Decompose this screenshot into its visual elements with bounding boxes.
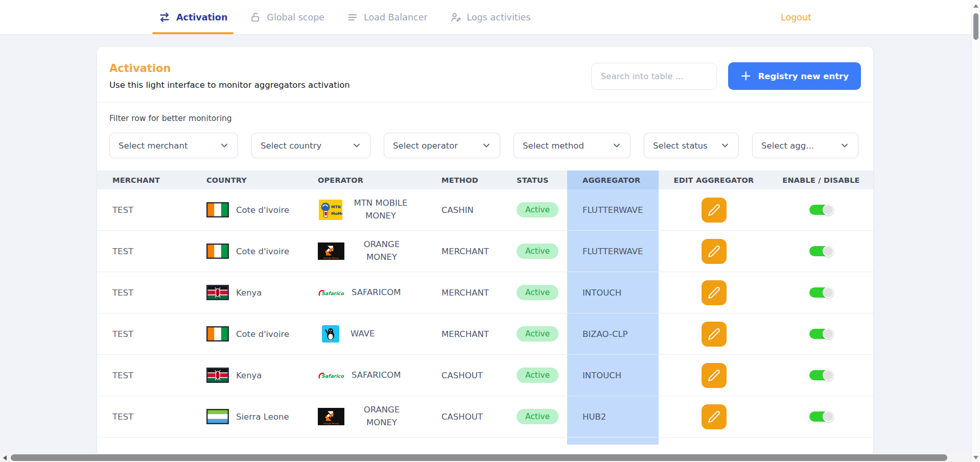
column-header-operator: OPERATOR (316, 171, 438, 189)
enable-disable-cell (769, 231, 873, 272)
tab-global-scope[interactable]: Global scope (248, 0, 326, 34)
table-row: TESTKenyaSafaricomSAFARICOMMERCHANTActiv… (97, 272, 873, 313)
method-cell: MERCHANT (438, 231, 514, 272)
method-value: MERCHANT (441, 247, 489, 256)
select-value: Select agg... (761, 141, 814, 151)
enable-toggle[interactable] (809, 287, 833, 298)
registry-new-entry-button[interactable]: + Registry new entry (728, 62, 861, 90)
logout-link[interactable]: Logout (781, 0, 811, 34)
edit-aggregator-button[interactable] (702, 404, 727, 429)
edit-aggregator-button[interactable] (702, 322, 727, 347)
vertical-scroll-thumb[interactable] (973, 13, 978, 40)
table-body: TESTCote d'ivoireMTNMoMoMTN MOBILE MONEY… (97, 189, 873, 445)
empty-cell (567, 437, 659, 445)
svg-text:Orange Money: Orange Money (323, 257, 339, 259)
filter-select-select-status[interactable]: Select status (644, 133, 739, 158)
table-row-partial (97, 437, 873, 445)
aggregator-name: HUB2 (582, 412, 606, 422)
plus-icon: + (740, 69, 752, 82)
filter-section: Filter row for better monitoring Select … (97, 103, 873, 158)
tab-logs-activities[interactable]: Logs activities (448, 0, 533, 34)
operator-name: ORANGE MONEY (352, 404, 412, 429)
merchant-name: TEST (112, 412, 133, 422)
panel-header-text: Activation Use this light interface to m… (109, 62, 350, 90)
aggregator-name: FLUTTERWAVE (582, 205, 643, 215)
column-header-method: METHOD (438, 171, 514, 189)
edit-aggregator-button[interactable] (702, 280, 727, 305)
vertical-scrollbar[interactable] (971, 0, 980, 462)
edit-aggregator-button[interactable] (702, 239, 727, 264)
country-cell: Cote d'ivoire (203, 231, 316, 272)
status-cell: Active (514, 272, 567, 313)
status-badge: Active (517, 202, 558, 217)
tab-label: Global scope (267, 12, 324, 22)
status-badge: Active (517, 326, 558, 342)
safaricom-logo: Safaricom (318, 371, 344, 380)
orange-money-logo: Orange Money (318, 408, 344, 425)
aggregator-cell: BIZAO-CLP (567, 313, 659, 354)
tab-load-balancer[interactable]: Load Balancer (345, 0, 430, 34)
operator-cell: Orange MoneyORANGE MONEY (316, 231, 438, 272)
empty-cell (659, 437, 769, 445)
search-input[interactable] (591, 63, 717, 90)
status-cell: Active (514, 396, 567, 437)
svg-text:Orange Money: Orange Money (323, 422, 339, 425)
scroll-down-arrow-icon[interactable] (973, 456, 978, 459)
country-name: Sierra Leone (236, 412, 289, 422)
filter-select-select-merchant[interactable]: Select merchant (109, 133, 238, 158)
table-header-row: MERCHANTCOUNTRYOPERATORMETHODSTATUSAGGRE… (97, 171, 873, 189)
table-row: TESTKenyaSafaricomSAFARICOMCASHOUTActive… (97, 355, 873, 396)
method-cell: MERCHANT (438, 313, 514, 354)
aggregator-cell: FLUTTERWAVE (567, 231, 659, 272)
tab-label: Load Balancer (364, 12, 428, 22)
table-row: TESTCote d'ivoireOrange MoneyORANGE MONE… (97, 231, 873, 272)
status-badge: Active (517, 285, 558, 300)
column-header-country: COUNTRY (203, 171, 316, 189)
horizontal-scrollbar[interactable] (0, 453, 971, 462)
table-row: TESTCote d'ivoireMTNMoMoMTN MOBILE MONEY… (97, 189, 873, 231)
filter-label: Filter row for better monitoring (109, 114, 861, 123)
merchant-cell: TEST (97, 355, 203, 396)
filter-select-select-operator[interactable]: Select operator (384, 133, 500, 158)
operator-cell: MTNMoMoMTN MOBILE MONEY (316, 189, 438, 230)
filter-select-select-country[interactable]: Select country (251, 133, 370, 158)
country-name: Cote d'ivoire (236, 247, 289, 256)
mtn-momo-logo: MTNMoMo (318, 200, 343, 220)
edit-aggregator-button[interactable] (702, 198, 727, 223)
scroll-left-arrow-icon[interactable] (3, 455, 7, 460)
enable-toggle[interactable] (809, 370, 833, 380)
country-name: Kenya (236, 288, 262, 298)
edit-aggregator-button[interactable] (702, 363, 727, 388)
toggle-knob (823, 287, 834, 298)
operator-cell: SafaricomSAFARICOM (316, 272, 438, 313)
empty-cell (514, 437, 567, 445)
scroll-up-arrow-icon[interactable] (973, 4, 978, 8)
tab-activation[interactable]: Activation (156, 0, 229, 34)
aggregator-cell: INTOUCH (567, 355, 659, 396)
merchant-name: TEST (112, 205, 133, 215)
empty-cell (316, 437, 438, 445)
select-value: Select status (653, 141, 708, 151)
unlock-icon (250, 12, 261, 23)
chevron-down-icon (720, 140, 730, 151)
status-cell: Active (514, 355, 567, 396)
activation-panel: Activation Use this light interface to m… (97, 47, 873, 456)
enable-toggle[interactable] (809, 246, 833, 256)
method-cell: MERCHANT (438, 272, 514, 313)
list-lines-icon (347, 12, 358, 23)
country-name: Kenya (236, 371, 262, 380)
enable-toggle[interactable] (809, 411, 833, 422)
enable-toggle[interactable] (809, 205, 833, 215)
pencil-icon (708, 328, 720, 341)
toggle-knob (823, 411, 834, 422)
horizontal-scroll-thumb[interactable] (11, 454, 947, 461)
country-cell: Cote d'ivoire (203, 313, 316, 354)
enable-toggle[interactable] (809, 329, 833, 339)
chevron-down-icon (481, 140, 492, 151)
toggle-knob (823, 246, 834, 257)
filter-select-select-method[interactable]: Select method (514, 133, 631, 158)
page-subtitle: Use this light interface to monitor aggr… (109, 80, 350, 90)
aggregator-name: BIZAO-CLP (582, 329, 628, 339)
filter-select-select-agg[interactable]: Select agg... (752, 133, 858, 158)
pencil-icon (708, 245, 720, 258)
